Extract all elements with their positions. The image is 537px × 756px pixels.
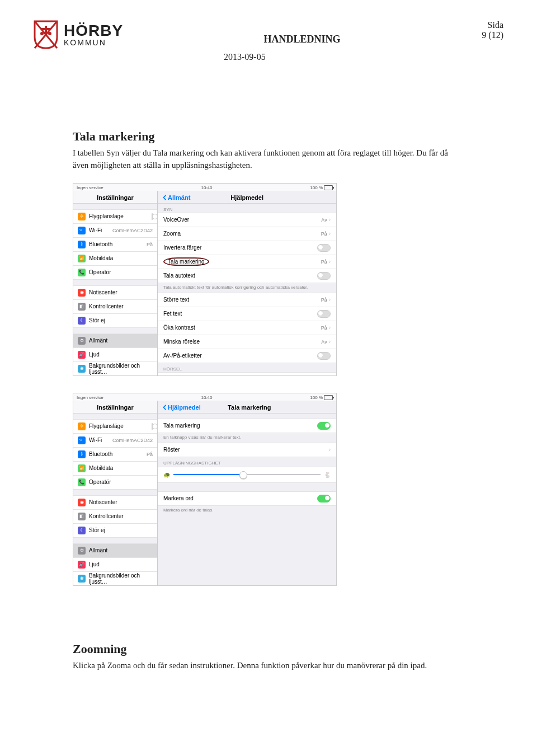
detail-title: Hjälpmedel xyxy=(190,194,304,201)
row-tala-markering-toggle[interactable]: Tala markering xyxy=(158,419,336,433)
row-invertera[interactable]: Invertera färger xyxy=(158,241,336,255)
gear-icon: ⚙ xyxy=(78,547,86,555)
row-oka-kontrast[interactable]: Öka kontrastPå› xyxy=(158,321,336,335)
row-tala-markering[interactable]: Tala markeringPå› xyxy=(158,255,336,269)
autotext-toggle[interactable] xyxy=(317,272,331,280)
chevron-left-icon xyxy=(162,405,167,410)
sidebar-item-allmant[interactable]: ⚙ Allmänt xyxy=(73,334,157,348)
sidebar-item-wifi[interactable]: ᯤWi-FiComHemAC2D42 xyxy=(73,434,157,448)
crest-icon xyxy=(34,20,58,49)
settings-sidebar: Inställningar ✈Flygplansläge ᯤWi-FiComHe… xyxy=(73,401,158,585)
sidebar-item-wallpaper[interactable]: ❀ Bakgrundsbilder och ljusst… xyxy=(73,362,157,375)
sidebar-title: Inställningar xyxy=(73,401,157,414)
airplane-icon: ✈ xyxy=(78,213,86,220)
sidebar-item-bluetooth[interactable]: ᛒBluetoothPå xyxy=(73,448,157,462)
carrier-text: Ingen service xyxy=(77,395,103,400)
markera-ord-toggle[interactable] xyxy=(317,495,331,503)
side-label: Sida xyxy=(482,20,503,30)
sidebar-item-operator[interactable]: 📞Operatör xyxy=(73,476,157,490)
back-button[interactable]: Hjälpmedel xyxy=(162,404,201,411)
speed-slider-row: 🐢 🐇 xyxy=(158,467,336,483)
labels-toggle[interactable] xyxy=(317,352,331,360)
wifi-icon: ᯤ xyxy=(78,436,86,444)
sidebar-item-mobildata[interactable]: 📶 Mobildata xyxy=(73,252,157,266)
sidebar-item-notiscenter[interactable]: ◉ Notiscenter xyxy=(73,286,157,300)
sidebar-item-airplane[interactable]: ✈Flygplansläge xyxy=(73,420,157,434)
row-undertext[interactable]: Undertext och dold textning› xyxy=(158,372,336,375)
svg-point-2 xyxy=(40,32,44,35)
section-paragraph-tala: I tabellen Syn väljer du Tala markering … xyxy=(73,147,464,172)
brand-big: HÖRBY xyxy=(64,22,123,39)
notifications-icon: ◉ xyxy=(78,499,86,506)
bluetooth-icon: ᛒ xyxy=(78,450,86,458)
row-minska-rorelse[interactable]: Minska rörelseAv› xyxy=(158,335,336,349)
battery-indicator: 100 % xyxy=(310,185,333,190)
bluetooth-icon: ᛒ xyxy=(78,241,86,248)
section-title-zoom: Zoomning xyxy=(73,642,503,656)
row-av-pa-etiketter[interactable]: Av-/På-etiketter xyxy=(158,349,336,363)
detail-panel-hjalpmedel: Allmänt Hjälpmedel SYN VoiceOverAv› Zoom… xyxy=(158,191,336,375)
section-title-tala: Tala markering xyxy=(73,129,503,144)
screenshot-hjalpmedel: Ingen service 10:40 100 % Inställningar … xyxy=(73,183,337,376)
section-header-syn: SYN xyxy=(158,204,336,213)
sidebar-item-kontrollcenter[interactable]: ◧Kontrollcenter xyxy=(73,510,157,524)
hare-icon: 🐇 xyxy=(324,472,331,478)
section-paragraph-zoom: Klicka på Zooma och du får sedan instruk… xyxy=(73,660,464,672)
tala-markering-toggle[interactable] xyxy=(317,422,331,430)
doc-title: HANDLEDNING xyxy=(101,34,503,45)
svg-point-3 xyxy=(48,32,51,35)
doc-date: 2013-09-05 xyxy=(224,52,503,62)
row-tala-autotext[interactable]: Tala autotext xyxy=(158,269,336,283)
sidebar-item-ljud[interactable]: 🔊Ljud xyxy=(73,558,157,572)
row-zooma[interactable]: ZoomaPå› xyxy=(158,227,336,241)
row-roster[interactable]: Röster› xyxy=(158,443,336,457)
detail-panel-tala: Hjälpmedel Tala markering Tala markering… xyxy=(158,401,336,585)
tortoise-icon: 🐢 xyxy=(163,472,170,478)
speed-slider[interactable] xyxy=(173,474,321,475)
airplane-toggle[interactable] xyxy=(152,423,153,430)
sidebar-item-bluetooth[interactable]: ᛒ Bluetooth På xyxy=(73,238,157,252)
detail-title: Tala markering xyxy=(201,404,298,411)
cellular-icon: 📶 xyxy=(78,255,86,262)
row-storre-text[interactable]: Större textPå› xyxy=(158,293,336,307)
back-button[interactable]: Allmänt xyxy=(162,194,190,201)
sidebar-item-wifi[interactable]: ᯤ Wi-Fi ComHemAC2D42 xyxy=(73,224,157,238)
chevron-left-icon xyxy=(162,195,167,200)
wallpaper-icon: ❀ xyxy=(78,365,86,373)
hint-autotext: Tala automatiskt text för automatisk kor… xyxy=(158,283,336,293)
cellular-icon: 📶 xyxy=(78,464,86,472)
sidebar-item-ljud[interactable]: 🔊 Ljud xyxy=(73,348,157,362)
sidebar-item-kontrollcenter[interactable]: ◧ Kontrollcenter xyxy=(73,300,157,314)
carrier-text: Ingen service xyxy=(77,185,103,190)
sidebar-item-storej[interactable]: ☾Stör ej xyxy=(73,524,157,538)
sidebar-item-storej[interactable]: ☾ Stör ej xyxy=(73,314,157,328)
sound-icon: 🔊 xyxy=(78,561,86,569)
hint-talknapp: En talknapp visas när du markerar text. xyxy=(158,433,336,443)
clock-text: 10:40 xyxy=(201,185,212,190)
row-fet-text[interactable]: Fet text xyxy=(158,307,336,321)
controlcenter-icon: ◧ xyxy=(78,303,86,311)
airplane-toggle[interactable] xyxy=(152,213,153,220)
wifi-icon: ᯤ xyxy=(78,227,86,234)
sidebar-item-notiscenter[interactable]: ◉Notiscenter xyxy=(73,496,157,510)
row-voiceover[interactable]: VoiceOverAv› xyxy=(158,213,336,227)
row-markera-ord[interactable]: Markera ord xyxy=(158,491,336,506)
screenshot-tala-markering: Ingen service 10:40 100 % Inställningar … xyxy=(73,393,337,586)
invert-toggle[interactable] xyxy=(317,244,331,252)
bold-toggle[interactable] xyxy=(317,310,331,318)
sidebar-item-allmant[interactable]: ⚙Allmänt xyxy=(73,544,157,558)
side-value: 9 (12) xyxy=(482,30,503,40)
statusbar: Ingen service 10:40 100 % xyxy=(73,184,336,191)
brand-small: KOMMUN xyxy=(64,39,123,47)
airplane-icon: ✈ xyxy=(78,422,86,430)
sidebar-item-mobildata[interactable]: 📶Mobildata xyxy=(73,462,157,476)
gear-icon: ⚙ xyxy=(78,337,86,345)
notifications-icon: ◉ xyxy=(78,289,86,297)
sidebar-item-operator[interactable]: 📞 Operatör xyxy=(73,266,157,280)
sound-icon: 🔊 xyxy=(78,351,86,359)
carrier-icon: 📞 xyxy=(78,478,86,486)
dnd-icon: ☾ xyxy=(78,527,86,534)
sidebar-item-airplane[interactable]: ✈ Flygplansläge xyxy=(73,210,157,224)
carrier-icon: 📞 xyxy=(78,269,86,276)
sidebar-item-wallpaper[interactable]: ❀Bakgrundsbilder och ljusst… xyxy=(73,572,157,585)
